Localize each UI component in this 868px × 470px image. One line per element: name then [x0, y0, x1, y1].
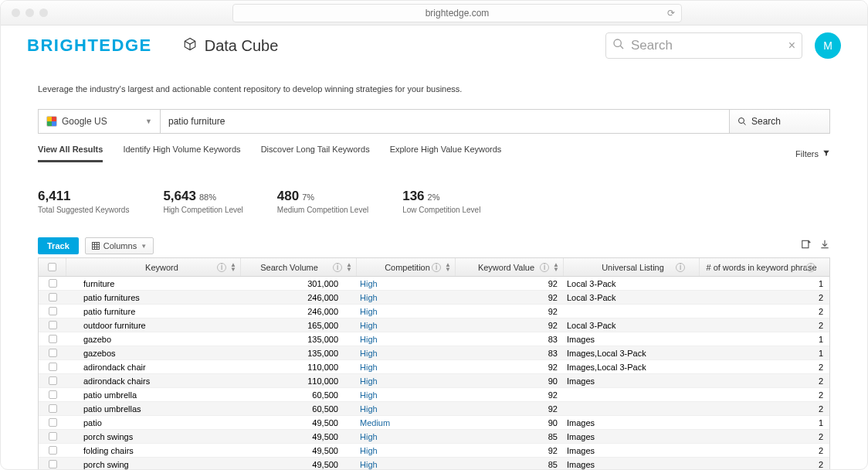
table-row[interactable]: patio umbrellas60,500High922 — [39, 402, 829, 416]
cell-universal-listing: Images — [564, 376, 700, 386]
info-icon[interactable]: i — [676, 263, 685, 272]
row-checkbox[interactable] — [39, 404, 66, 413]
cell-word-count: 1 — [700, 279, 829, 288]
th-keyword[interactable]: Keywordi▲▼ — [66, 258, 241, 276]
table-row[interactable]: porch swings49,500High85Images2 — [39, 430, 829, 444]
th-checkbox[interactable] — [39, 258, 66, 276]
table-row[interactable]: adirondack chairs110,000High90Images2 — [39, 374, 829, 388]
cell-keyword: gazebo — [66, 335, 241, 344]
query-bar: Google US ▼ patio furniture Search — [38, 109, 830, 134]
cell-keyword-value: 92 — [456, 363, 564, 372]
search-icon — [612, 38, 625, 54]
th-search-volume[interactable]: Search Volumei▲▼ — [241, 258, 357, 276]
tab-3[interactable]: Explore High Value Keywords — [390, 145, 502, 162]
row-checkbox[interactable] — [39, 460, 66, 468]
row-checkbox[interactable] — [39, 390, 66, 399]
info-icon[interactable]: i — [540, 263, 549, 272]
stat-0: 6,411Total Suggested Keywords — [38, 189, 129, 214]
row-checkbox[interactable] — [39, 321, 66, 329]
th-word-count[interactable]: # of words in keyword phrasei — [700, 258, 829, 276]
sort-icon[interactable]: ▲▼ — [230, 263, 236, 272]
row-checkbox[interactable] — [39, 349, 66, 357]
cell-competition: High — [357, 363, 456, 372]
th-competition[interactable]: Competitioni▲▼ — [357, 258, 456, 276]
sort-icon[interactable]: ▲▼ — [445, 263, 451, 272]
table-row[interactable]: gazebo135,000High83Images1 — [39, 332, 829, 346]
info-icon[interactable]: i — [806, 263, 815, 272]
row-checkbox[interactable] — [39, 279, 66, 288]
table-row[interactable]: patio furniture246,000High922 — [39, 305, 829, 318]
cell-keyword: adirondack chairs — [66, 376, 241, 386]
filters-button[interactable]: Filters — [795, 145, 830, 162]
table-row[interactable]: porch swing49,500High85Images2 — [39, 458, 829, 470]
sort-icon[interactable]: ▲▼ — [553, 263, 559, 272]
tab-0[interactable]: View All Results — [38, 145, 103, 162]
cell-keyword-value: 85 — [456, 460, 564, 469]
th-keyword-value[interactable]: Keyword Valuei▲▼ — [456, 258, 564, 276]
dot-maximize[interactable] — [39, 9, 48, 17]
row-checkbox[interactable] — [39, 335, 66, 343]
info-icon[interactable]: i — [432, 263, 441, 272]
svg-line-3 — [744, 123, 746, 125]
traffic-lights — [12, 9, 48, 17]
table-row[interactable]: gazebos135,000High83Images,Local 3-Pack1 — [39, 346, 829, 360]
row-checkbox[interactable] — [39, 376, 66, 385]
row-checkbox[interactable] — [39, 363, 66, 371]
cell-universal-listing: Local 3-Pack — [564, 279, 700, 288]
export-icon[interactable] — [801, 239, 812, 253]
columns-button[interactable]: Columns ▼ — [85, 237, 154, 254]
url-bar[interactable]: brightedge.com ⟳ — [232, 4, 682, 22]
search-button[interactable]: Search — [729, 110, 829, 133]
download-icon[interactable] — [819, 239, 830, 253]
row-checkbox[interactable] — [39, 307, 66, 315]
row-checkbox[interactable] — [39, 432, 66, 441]
keyword-input[interactable]: patio furniture — [161, 110, 729, 133]
info-icon[interactable]: i — [217, 263, 226, 272]
dot-close[interactable] — [12, 9, 20, 17]
avatar[interactable]: M — [815, 32, 841, 59]
tab-1[interactable]: Identify High Volume Keywords — [123, 145, 240, 162]
dot-minimize[interactable] — [25, 9, 34, 17]
row-checkbox[interactable] — [39, 446, 66, 455]
th-universal-listing[interactable]: Universal Listingi — [564, 258, 700, 276]
table-row[interactable]: patio49,500Medium90Images1 — [39, 416, 829, 430]
funnel-icon — [822, 149, 830, 158]
info-icon[interactable]: i — [333, 263, 342, 272]
cell-search-volume: 135,000 — [241, 349, 357, 358]
table-row[interactable]: outdoor furniture165,000High92Local 3-Pa… — [39, 318, 829, 332]
chevron-down-icon: ▼ — [141, 243, 147, 250]
cell-word-count: 2 — [700, 376, 829, 386]
columns-icon — [92, 242, 100, 250]
cell-keyword: porch swings — [66, 432, 241, 441]
row-checkbox[interactable] — [39, 293, 66, 301]
cell-competition: Medium — [357, 418, 456, 427]
engine-select[interactable]: Google US ▼ — [39, 110, 161, 133]
reload-icon[interactable]: ⟳ — [667, 8, 675, 19]
track-button[interactable]: Track — [38, 237, 79, 254]
cell-search-volume: 110,000 — [241, 376, 357, 386]
cell-keyword: adirondack chair — [66, 363, 241, 372]
cell-search-volume: 246,000 — [241, 307, 357, 316]
table-row[interactable]: folding chairs49,500High92Images2 — [39, 444, 829, 458]
table-row[interactable]: adirondack chair110,000High92Images,Loca… — [39, 360, 829, 374]
tab-2[interactable]: Discover Long Tail Keywords — [261, 145, 370, 162]
row-checkbox[interactable] — [39, 418, 66, 427]
table-row[interactable]: patio umbrella60,500High922 — [39, 388, 829, 402]
cell-competition: High — [357, 460, 456, 469]
module-label: Data Cube — [205, 37, 279, 55]
cell-competition: High — [357, 446, 456, 455]
cell-universal-listing: Images — [564, 432, 700, 441]
clear-icon[interactable]: × — [788, 39, 795, 53]
svg-point-0 — [614, 39, 621, 46]
table-row[interactable]: furniture301,000High92Local 3-Pack1 — [39, 277, 829, 291]
stat-2: 4807%Medium Competition Level — [277, 189, 368, 214]
table-row[interactable]: patio furnitures246,000High92Local 3-Pac… — [39, 291, 829, 305]
brand-logo[interactable]: BRIGHTEDGE — [27, 36, 152, 56]
global-search[interactable]: Search × — [605, 32, 802, 59]
page-subtitle: Leverage the industry's largest and acti… — [38, 84, 830, 94]
cell-keyword: outdoor furniture — [66, 321, 241, 330]
cell-keyword-value: 92 — [456, 446, 564, 455]
cell-universal-listing: Images — [564, 446, 700, 455]
stat-1: 5,64388%High Competition Level — [163, 189, 242, 214]
sort-icon[interactable]: ▲▼ — [346, 263, 352, 272]
